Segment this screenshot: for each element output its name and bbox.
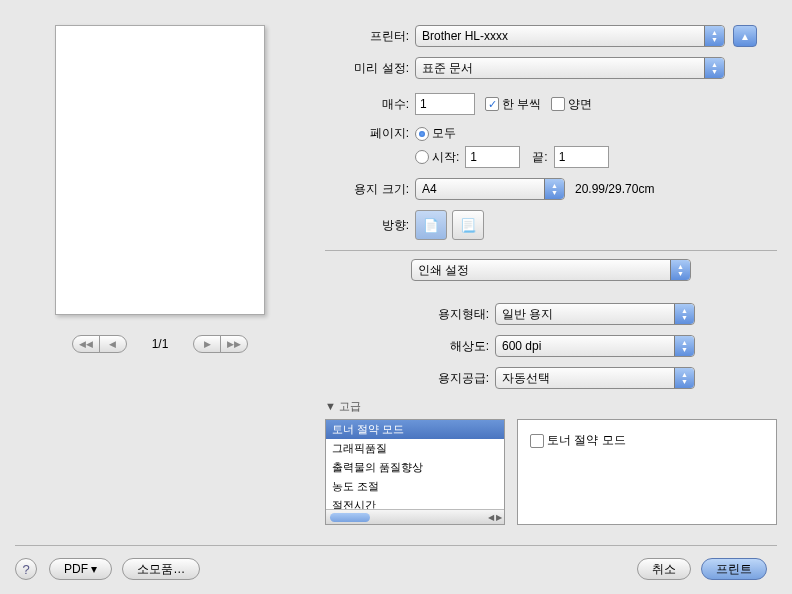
first-page-button[interactable]: ◀◀	[72, 335, 100, 353]
updown-icon: ▲▼	[544, 179, 564, 199]
list-scrollbar[interactable]: ◀ ▶	[326, 509, 504, 524]
help-button[interactable]: ?	[15, 558, 37, 580]
list-item[interactable]: 출력물의 품질향상	[326, 458, 504, 477]
pages-from-label: 시작:	[432, 149, 459, 166]
pages-all-radio[interactable]	[415, 127, 429, 141]
list-item[interactable]: 농도 조절	[326, 477, 504, 496]
pdf-button[interactable]: PDF ▾	[49, 558, 112, 580]
supplies-button[interactable]: 소모품…	[122, 558, 200, 580]
last-page-button[interactable]: ▶▶	[220, 335, 248, 353]
printer-select[interactable]: Brother HL-xxxx ▲▼	[415, 25, 725, 47]
resolution-select[interactable]: 600 dpi ▲▼	[495, 335, 695, 357]
scroll-thumb[interactable]	[330, 513, 370, 522]
paper-source-value: 자동선택	[502, 370, 550, 387]
updown-icon: ▲▼	[704, 26, 724, 46]
resolution-value: 600 dpi	[502, 339, 541, 353]
paper-size-label: 용지 크기:	[325, 181, 415, 198]
next-page-button[interactable]: ▶	[193, 335, 221, 353]
pages-range-radio[interactable]	[415, 150, 429, 164]
preview-page	[55, 25, 265, 315]
landscape-icon: 📃	[460, 218, 476, 233]
pages-label: 페이지:	[325, 125, 415, 142]
media-type-select[interactable]: 일반 용지 ▲▼	[495, 303, 695, 325]
collated-checkbox[interactable]: ✓	[485, 97, 499, 111]
pages-to-label: 끝:	[532, 149, 547, 166]
updown-icon: ▲▼	[704, 58, 724, 78]
paper-dimensions: 20.99/29.70cm	[575, 182, 654, 196]
portrait-button[interactable]: 📄	[415, 210, 447, 240]
printer-label: 프린터:	[325, 28, 415, 45]
pages-all-label: 모두	[432, 125, 456, 142]
orientation-label: 방향:	[325, 217, 415, 234]
page-to-input[interactable]	[554, 146, 609, 168]
toner-save-label: 토너 절약 모드	[547, 432, 626, 449]
prev-page-button[interactable]: ◀	[99, 335, 127, 353]
preset-label: 미리 설정:	[325, 60, 415, 77]
updown-icon: ▲▼	[670, 260, 690, 280]
paper-source-label: 용지공급:	[325, 370, 495, 387]
settings-panel: 프린터: Brother HL-xxxx ▲▼ ▲ 미리 설정: 표준 문서 ▲…	[325, 15, 777, 525]
divider	[325, 250, 777, 251]
paper-source-select[interactable]: 자동선택 ▲▼	[495, 367, 695, 389]
media-type-label: 용지형태:	[325, 306, 495, 323]
list-item[interactable]: 토너 절약 모드	[326, 420, 504, 439]
cancel-button[interactable]: 취소	[637, 558, 691, 580]
section-value: 인쇄 설정	[418, 262, 469, 279]
toner-save-checkbox[interactable]	[530, 434, 544, 448]
landscape-button[interactable]: 📃	[452, 210, 484, 240]
scroll-arrows-icon: ◀ ▶	[488, 513, 502, 522]
preview-pager: ◀◀ ◀ 1/1 ▶ ▶▶	[15, 335, 305, 353]
preview-panel: ◀◀ ◀ 1/1 ▶ ▶▶	[15, 15, 305, 525]
printer-value: Brother HL-xxxx	[422, 29, 508, 43]
portrait-icon: 📄	[423, 218, 439, 233]
duplex-label: 양면	[568, 96, 592, 113]
advanced-toggle[interactable]: ▼ 고급	[325, 399, 777, 414]
copies-input[interactable]	[415, 93, 475, 115]
collated-label: 한 부씩	[502, 96, 541, 113]
preset-select[interactable]: 표준 문서 ▲▼	[415, 57, 725, 79]
collapse-button[interactable]: ▲	[733, 25, 757, 47]
paper-size-select[interactable]: A4 ▲▼	[415, 178, 565, 200]
advanced-detail-panel: 토너 절약 모드	[517, 419, 777, 525]
media-type-value: 일반 용지	[502, 306, 553, 323]
page-info: 1/1	[152, 337, 169, 351]
section-select[interactable]: 인쇄 설정 ▲▼	[411, 259, 691, 281]
list-item[interactable]: 그래픽품질	[326, 439, 504, 458]
dialog-footer: ? PDF ▾ 소모품… 취소 프린트	[15, 545, 777, 580]
resolution-label: 해상도:	[325, 338, 495, 355]
print-button[interactable]: 프린트	[701, 558, 767, 580]
duplex-checkbox[interactable]	[551, 97, 565, 111]
updown-icon: ▲▼	[674, 304, 694, 324]
advanced-label: 고급	[339, 400, 361, 412]
advanced-listbox[interactable]: 토너 절약 모드 그래픽품질 출력물의 품질향상 농도 조절 절전시간 다른 인…	[325, 419, 505, 525]
copies-label: 매수:	[325, 96, 415, 113]
updown-icon: ▲▼	[674, 368, 694, 388]
updown-icon: ▲▼	[674, 336, 694, 356]
paper-size-value: A4	[422, 182, 437, 196]
page-from-input[interactable]	[465, 146, 520, 168]
preset-value: 표준 문서	[422, 60, 473, 77]
